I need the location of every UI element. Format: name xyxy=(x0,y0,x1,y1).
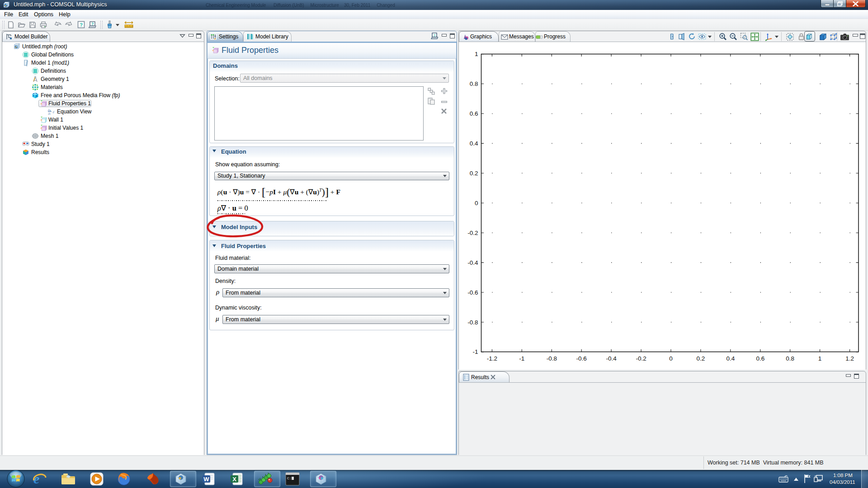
svg-text:0.6: 0.6 xyxy=(470,110,478,117)
svg-text:-1.2: -1.2 xyxy=(487,355,497,362)
svg-text:1.2: 1.2 xyxy=(845,355,854,362)
svg-text:0.6: 0.6 xyxy=(756,355,764,362)
svg-text:-0.6: -0.6 xyxy=(467,289,478,296)
svg-text:1: 1 xyxy=(475,51,478,57)
svg-text:-0.6: -0.6 xyxy=(576,355,587,362)
svg-text:0.8: 0.8 xyxy=(786,355,794,362)
svg-text:-1: -1 xyxy=(519,355,524,362)
svg-text:-0.8: -0.8 xyxy=(467,319,478,326)
svg-text:?: ? xyxy=(80,22,83,28)
svg-text:0.8: 0.8 xyxy=(470,80,478,87)
svg-text:0: 0 xyxy=(669,355,673,362)
svg-text:-0.4: -0.4 xyxy=(467,259,478,266)
svg-text:0.2: 0.2 xyxy=(470,170,478,177)
svg-text:-0.4: -0.4 xyxy=(606,355,617,362)
svg-text:X: X xyxy=(232,476,236,483)
svg-text:0: 0 xyxy=(475,200,478,206)
svg-text:?: ? xyxy=(91,22,94,26)
svg-text:?: ? xyxy=(434,33,436,38)
svg-text:-0.8: -0.8 xyxy=(547,355,557,362)
svg-text:-0.2: -0.2 xyxy=(467,230,478,236)
svg-text:0.4: 0.4 xyxy=(470,140,478,147)
svg-text:0.2: 0.2 xyxy=(697,355,705,362)
svg-text:-1: -1 xyxy=(472,348,478,355)
svg-text:W: W xyxy=(203,476,209,483)
svg-text:0.4: 0.4 xyxy=(726,355,735,362)
svg-text:1: 1 xyxy=(818,355,822,362)
svg-text:-0.2: -0.2 xyxy=(636,355,646,362)
